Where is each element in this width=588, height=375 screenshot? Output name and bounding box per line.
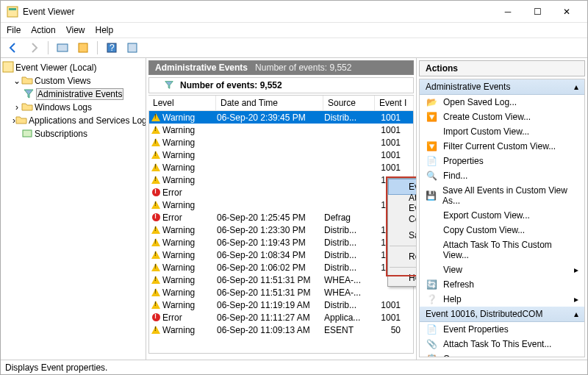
svg-rect-6 [128, 43, 137, 52]
table-row[interactable]: Error06-Sep-20 1:25:45 PMDefrag26 [149, 211, 413, 224]
warning-icon [149, 126, 162, 134]
table-row[interactable]: Warning1001 [149, 149, 413, 161]
status-text: Displays Event properties. [5, 362, 107, 373]
warning-icon [149, 163, 162, 171]
maximize-button[interactable]: ☐ [523, 1, 552, 22]
act-event-properties[interactable]: 📄Event Properties [420, 322, 584, 337]
act-copy-view[interactable]: Copy Custom View... [420, 223, 584, 238]
back-button[interactable] [5, 40, 21, 56]
minimize-button[interactable]: ─ [493, 1, 523, 22]
act-open-saved-log[interactable]: 📂Open Saved Log... [420, 95, 584, 110]
table-row[interactable]: Warning06-Sep-20 1:19:43 PMDistrib...100… [149, 236, 413, 249]
collapse-icon[interactable]: ▴ [574, 82, 578, 92]
expand-icon[interactable]: › [12, 102, 21, 113]
warning-icon [149, 176, 162, 184]
svg-rect-3 [79, 43, 87, 52]
col-level[interactable]: Level [148, 96, 216, 110]
toolbar-divider-2 [97, 41, 98, 54]
save-icon: 💾 [426, 190, 437, 201]
warning-icon [149, 226, 162, 234]
act-create-custom-view[interactable]: 🔽Create Custom View... [420, 110, 584, 124]
ctx-refresh[interactable]: Refresh [388, 249, 417, 265]
refresh-icon: 🔄 [426, 279, 437, 290]
table-row[interactable]: Error10 [149, 186, 413, 199]
table-row[interactable]: Warning06-Sep-20 11:51:31 PMWHEA-... [149, 286, 413, 299]
table-row[interactable]: Warning06-Sep-20 11:09:13 AMESENT50 [149, 324, 413, 336]
act-find[interactable]: 🔍Find... [420, 168, 584, 183]
act-view[interactable]: View▸ [420, 262, 584, 277]
table-row[interactable]: Warning06-Sep-20 2:39:45 PMDistrib...100… [149, 111, 413, 124]
tree-app-services-logs[interactable]: › Applications and Services Logs [2, 114, 144, 127]
filter-icon [164, 79, 174, 92]
tree-admin-events[interactable]: Administrative Events [2, 88, 144, 101]
collapse-icon[interactable]: ▴ [574, 309, 578, 319]
tree-custom-views[interactable]: ⌄ Custom Views [2, 74, 144, 88]
tree-subscriptions[interactable]: Subscriptions [2, 127, 144, 140]
actions-section-admin[interactable]: Administrative Events ▴ [420, 79, 584, 95]
warning-icon [149, 151, 162, 159]
act-copy[interactable]: 📋Copy▸ [420, 351, 584, 357]
table-row[interactable]: Warning06-Sep-20 1:23:30 PMDistrib...100… [149, 224, 413, 236]
svg-rect-2 [57, 44, 68, 51]
col-source[interactable]: Source [323, 96, 375, 110]
act-export[interactable]: Export Custom View... [420, 208, 584, 223]
tree-root[interactable]: Event Viewer (Local) [2, 61, 144, 74]
ctx-save-selected[interactable]: Save Selected Events... [388, 227, 417, 243]
show-tree-button[interactable] [54, 40, 71, 56]
filter-icon [23, 88, 35, 101]
col-eventid[interactable]: Event I [375, 96, 414, 110]
table-row[interactable]: Warning1001 [149, 174, 413, 186]
table-row[interactable]: Warning1001 [149, 136, 413, 149]
act-attach-task-view[interactable]: Attach Task To This Custom View... [420, 238, 584, 262]
act-refresh[interactable]: 🔄Refresh [420, 277, 584, 292]
ctx-attach-task[interactable]: Attach Task To This Event... [388, 195, 417, 211]
filter-icon: 🔽 [426, 141, 437, 151]
menu-file[interactable]: File [7, 25, 21, 35]
act-help[interactable]: ❔Help▸ [420, 292, 584, 307]
act-save-all[interactable]: 💾Save All Events in Custom View As... [420, 183, 584, 208]
statusbar: Displays Event properties. [1, 360, 587, 374]
menu-action[interactable]: Action [31, 25, 55, 35]
close-button[interactable]: ✕ [552, 1, 581, 22]
act-filter-current[interactable]: 🔽Filter Current Custom View... [420, 139, 584, 154]
col-date[interactable]: Date and Time [216, 96, 323, 110]
folder-icon [21, 101, 33, 115]
folder-icon [21, 74, 33, 88]
actions-section-event[interactable]: Event 10016, DistributedCOM ▴ [420, 307, 584, 322]
error-icon [149, 188, 162, 196]
act-attach-task-event[interactable]: 📎Attach Task To This Event... [420, 337, 584, 351]
warning-icon [149, 251, 162, 259]
refresh-button[interactable] [124, 40, 140, 56]
forward-button[interactable] [26, 40, 42, 56]
act-properties[interactable]: 📄Properties [420, 154, 584, 168]
table-row[interactable]: Warning06-Sep-20 11:51:31 PMWHEA-... [149, 274, 413, 286]
export-button[interactable] [75, 40, 91, 56]
table-row[interactable]: Warning06-Sep-20 1:08:34 PMDistrib...100… [149, 249, 413, 261]
warning-icon [149, 263, 162, 271]
ctx-copy[interactable]: Copy [388, 211, 417, 227]
table-row[interactable]: Warning1001 [149, 199, 413, 211]
menu-view[interactable]: View [66, 25, 85, 35]
actions-pane: Actions Administrative Events ▴ 📂Open Sa… [417, 58, 587, 360]
table-row[interactable]: Warning06-Sep-20 11:19:19 AMDistrib...10… [149, 299, 413, 311]
warning-icon [149, 288, 162, 296]
menubar: File Action View Help [1, 23, 587, 38]
warning-icon [149, 138, 162, 146]
expand-icon[interactable]: ⌄ [12, 76, 21, 86]
filter-icon: 🔽 [426, 112, 437, 122]
act-import-custom-view[interactable]: Import Custom View... [420, 124, 584, 139]
table-row[interactable]: Warning1001 [149, 124, 413, 136]
menu-help[interactable]: Help [96, 25, 114, 35]
table-row[interactable]: Error06-Sep-20 11:11:27 AMApplica...1001 [149, 311, 413, 324]
ctx-help[interactable]: Help [388, 270, 417, 286]
toolbar: ? [1, 38, 587, 58]
tree-windows-logs[interactable]: › Windows Logs [2, 101, 144, 114]
grid-header: Level Date and Time Source Event I [148, 95, 414, 111]
help-button[interactable]: ? [104, 40, 120, 56]
table-row[interactable]: Warning1001 [149, 161, 413, 174]
app-icon [7, 6, 18, 18]
tree-root-label: Event Viewer (Local) [15, 63, 97, 73]
event-rows[interactable]: Warning06-Sep-20 2:39:45 PMDistrib...100… [148, 111, 414, 354]
folder-open-icon: 📂 [426, 97, 437, 107]
table-row[interactable]: Warning06-Sep-20 1:06:02 PMDistrib...100… [149, 261, 413, 274]
